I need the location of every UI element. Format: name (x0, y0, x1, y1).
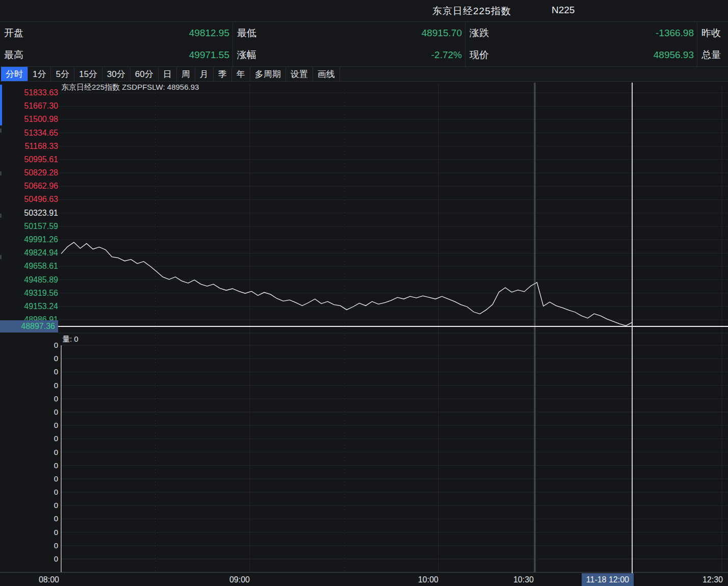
volume-axis-label: 0 (4, 380, 58, 391)
volume-axis-label: 0 (4, 367, 58, 377)
volume-axis-label: 0 (4, 420, 58, 430)
info-column-1: 最低48915.70涨幅-2.72% (232, 22, 465, 66)
left-scrollbar-thumb[interactable] (0, 85, 2, 125)
price-axis-label: 49991.26 (4, 234, 58, 245)
volume-legend: 量: 0 (62, 335, 79, 344)
tab-1分[interactable]: 1分 (28, 67, 51, 81)
price-axis-label: 49319.56 (4, 288, 58, 299)
price-line (61, 242, 632, 325)
volume-axis-label: 0 (4, 500, 58, 511)
price-axis-label: 50323.91 (4, 208, 58, 219)
info-column-2: 涨跌-1366.98现价48956.93 (465, 22, 697, 66)
tab-设置[interactable]: 设置 (286, 67, 313, 81)
price-axis-label: 51334.65 (4, 128, 58, 139)
left-scrollbar-tick (0, 255, 2, 259)
price-axis-label: 50157.59 (4, 221, 58, 232)
tab-画线[interactable]: 画线 (313, 67, 340, 81)
tab-多周期[interactable]: 多周期 (250, 67, 286, 81)
left-scrollbar-tick (0, 129, 2, 133)
left-scrollbar-tick (0, 171, 2, 175)
volume-axis-label: 0 (4, 527, 58, 538)
tab-15分[interactable]: 15分 (74, 67, 102, 81)
volume-axis-label: 0 (4, 487, 58, 497)
tab-日[interactable]: 日 (159, 67, 177, 81)
tab-周[interactable]: 周 (177, 67, 195, 81)
quote-label: 开盘 (4, 27, 23, 40)
tab-5分[interactable]: 5分 (51, 67, 74, 81)
quote-value: -2.72% (431, 49, 462, 61)
info-column-3: 昨收总量 (697, 22, 728, 66)
chart-legend: 东京日经225指数 ZSDPFSLW: 48956.93 (61, 83, 199, 92)
volume-axis-label: 0 (4, 514, 58, 524)
price-axis-label: 50829.28 (4, 167, 58, 179)
time-axis-label: 10:00 (393, 574, 438, 586)
price-axis-label: 51500.98 (4, 114, 58, 125)
volume-axis-label: 0 (4, 353, 58, 364)
price-axis-label: 51833.63 (4, 87, 58, 98)
price-axis-label: 49658.61 (4, 261, 58, 272)
window-title-bar: 东京日经225指数 N225 (0, 0, 728, 22)
quote-value: 49812.95 (189, 28, 229, 39)
price-axis-label: 51667.30 (4, 100, 58, 112)
volume-axis-label: 0 (4, 554, 58, 564)
tab-30分[interactable]: 30分 (102, 67, 131, 81)
trading-app-window: 东京日经225指数 N225 开盘49812.95最高49971.55最低489… (0, 0, 728, 586)
quote-value: 48956.93 (654, 49, 694, 61)
price-axis-label: 49153.24 (4, 301, 58, 312)
quote-value: -1366.98 (656, 28, 694, 39)
volume-axis-label: 0 (4, 461, 58, 471)
price-axis-label: 51168.33 (4, 141, 58, 152)
quote-cell: 最低48915.70 (233, 22, 465, 44)
price-axis-label: 49485.89 (4, 274, 58, 286)
instrument-title: 东京日经225指数 (432, 5, 511, 18)
time-axis-label: 09:00 (204, 574, 250, 586)
tab-年[interactable]: 年 (232, 67, 250, 81)
tab-季[interactable]: 季 (214, 67, 232, 81)
time-axis-label: 12:30 (677, 574, 723, 586)
tab-60分[interactable]: 60分 (131, 67, 159, 81)
quote-value: 49971.55 (189, 49, 229, 61)
price-axis-label: 49824.94 (4, 247, 58, 259)
chart-canvas[interactable] (0, 82, 728, 586)
quote-label: 总量 (701, 48, 721, 62)
crosshair-time-label: 11-18 12:00 (582, 573, 634, 586)
volume-axis-label: 0 (4, 394, 58, 404)
quote-cell: 总量 (697, 44, 728, 66)
quote-label: 涨跌 (470, 27, 489, 40)
volume-axis-label: 0 (4, 474, 58, 484)
time-axis-label: 08:00 (13, 574, 59, 586)
time-axis-label: 10:30 (488, 574, 534, 586)
quote-cell: 开盘49812.95 (0, 22, 232, 44)
volume-axis-label: 0 (4, 447, 58, 457)
quote-cell: 涨幅-2.72% (233, 44, 465, 66)
volume-axis-label: 0 (4, 407, 58, 417)
quote-label: 最高 (4, 48, 23, 62)
tab-月[interactable]: 月 (195, 67, 214, 81)
price-axis-label: 50995.61 (4, 154, 58, 165)
quote-value: 48915.70 (422, 28, 462, 39)
price-axis-label: 50496.63 (4, 194, 58, 205)
period-tab-bar: 分时1分5分15分30分60分日周月季年多周期设置画线 (0, 67, 728, 82)
quote-cell: 昨收 (697, 22, 728, 44)
quote-cell: 现价48956.93 (465, 44, 697, 66)
quote-label: 涨幅 (237, 48, 256, 62)
volume-axis-label: 0 (4, 541, 58, 551)
volume-axis-label: 0 (4, 434, 58, 444)
intraday-chart[interactable]: 东京日经225指数 ZSDPFSLW: 48956.93 51833.63516… (0, 82, 728, 586)
quote-label: 现价 (470, 48, 489, 62)
quote-label: 最低 (237, 27, 256, 40)
quote-cell: 最高49971.55 (0, 44, 232, 66)
price-axis-label: 50662.96 (4, 181, 58, 192)
crosshair-price-label: 48897.36 (0, 320, 58, 333)
left-scrollbar-tick (0, 214, 2, 218)
info-column-0: 开盘49812.95最高49971.55 (0, 22, 232, 66)
volume-axis-label: 0 (4, 340, 58, 350)
quote-info-bar: 开盘49812.95最高49971.55最低48915.70涨幅-2.72%涨跌… (0, 22, 728, 67)
quote-cell: 涨跌-1366.98 (465, 22, 697, 44)
tab-分时[interactable]: 分时 (1, 67, 28, 81)
quote-label: 昨收 (701, 27, 721, 40)
instrument-symbol: N225 (552, 5, 575, 16)
